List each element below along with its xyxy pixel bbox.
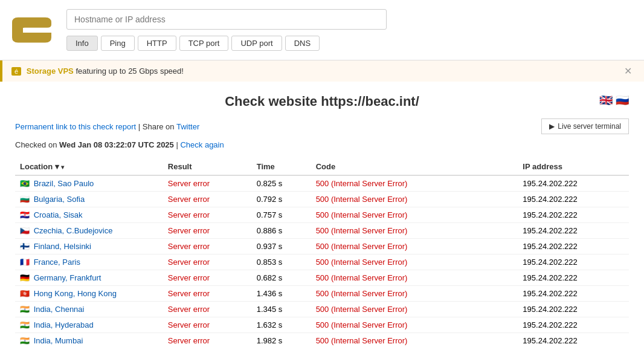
location-cell: 🇭🇰 Hong Kong, Hong Kong	[15, 286, 163, 302]
table-row: 🇮🇳 India, Mumbai Server error 1.982 s 50…	[15, 333, 629, 348]
location-cell: 🇫🇮 Finland, Helsinki	[15, 239, 163, 255]
page-title: Check website https://beac.int/	[15, 94, 629, 109]
location-link[interactable]: Croatia, Sisak	[34, 210, 83, 219]
table-row: 🇭🇰 Hong Kong, Hong Kong Server error 1.4…	[15, 286, 629, 302]
info-button[interactable]: Info	[66, 36, 98, 51]
dns-button[interactable]: DNS	[285, 36, 320, 51]
table-body: 🇧🇷 Brazil, Sao Paulo Server error 0.825 …	[15, 175, 629, 347]
location-link[interactable]: India, Hyderabad	[34, 320, 94, 329]
code-cell: 500 (Internal Server Error)	[311, 255, 518, 270]
time-cell: 1.982 s	[252, 333, 311, 348]
ping-button[interactable]: Ping	[101, 36, 135, 51]
ip-cell: 195.24.202.222	[518, 207, 629, 223]
flag-icon: 🇧🇬	[20, 195, 30, 204]
table-row: 🇫🇷 France, Paris Server error 0.853 s 50…	[15, 255, 629, 270]
result-cell: Server error	[163, 255, 252, 270]
twitter-link[interactable]: Twitter	[176, 122, 199, 131]
close-icon[interactable]: ✕	[621, 65, 635, 77]
table-header-row: Location ▾ Result Time Code IP address	[15, 158, 629, 175]
time-cell: 1.632 s	[252, 317, 311, 333]
code-cell: 500 (Internal Server Error)	[311, 302, 518, 317]
code-cell: 500 (Internal Server Error)	[311, 286, 518, 302]
ip-cell: 195.24.202.222	[518, 270, 629, 286]
main-content: Check website https://beac.int/ 🇬🇧 🇷🇺 Pe…	[0, 82, 644, 347]
location-header[interactable]: Location ▾	[15, 158, 163, 175]
location-link[interactable]: Hong Kong, Hong Kong	[34, 289, 117, 298]
time-cell: 0.886 s	[252, 223, 311, 239]
ip-header: IP address	[518, 158, 629, 175]
flag-icon: 🇫🇮	[20, 242, 30, 251]
code-cell: 500 (Internal Server Error)	[311, 175, 518, 192]
ip-cell: 195.24.202.222	[518, 317, 629, 333]
check-again-link[interactable]: Check again	[180, 140, 224, 149]
location-link[interactable]: India, Mumbai	[34, 336, 83, 345]
code-cell: 500 (Internal Server Error)	[311, 317, 518, 333]
table-row: 🇮🇳 India, Hyderabad Server error 1.632 s…	[15, 317, 629, 333]
check-links: Permanent link to this check report | Sh…	[15, 122, 199, 131]
location-cell: 🇫🇷 France, Paris	[15, 255, 163, 270]
udp-port-button[interactable]: UDP port	[231, 36, 282, 51]
time-cell: 0.825 s	[252, 175, 311, 192]
check-datetime: Wed Jan 08 03:22:07 UTC 2025	[59, 140, 174, 149]
table-row: 🇧🇬 Bulgaria, Sofia Server error 0.792 s …	[15, 192, 629, 207]
ip-cell: 195.24.202.222	[518, 286, 629, 302]
uk-flag-icon[interactable]: 🇬🇧	[599, 94, 613, 107]
flag-icon: 🇭🇷	[20, 210, 30, 219]
flag-icon: 🇮🇳	[20, 320, 30, 329]
result-cell: Server error	[163, 333, 252, 348]
search-input[interactable]	[66, 9, 387, 30]
location-cell: 🇮🇳 India, Mumbai	[15, 333, 163, 348]
flag-icon: 🇫🇷	[20, 258, 30, 267]
promo-label: é	[11, 67, 21, 76]
ip-cell: 195.24.202.222	[518, 192, 629, 207]
ip-cell: 195.24.202.222	[518, 302, 629, 317]
search-area: Info Ping HTTP TCP port UDP port DNS	[66, 9, 632, 51]
flag-icons: 🇬🇧 🇷🇺	[599, 94, 629, 107]
result-cell: Server error	[163, 270, 252, 286]
table-row: 🇩🇪 Germany, Frankfurt Server error 0.682…	[15, 270, 629, 286]
ip-cell: 195.24.202.222	[518, 239, 629, 255]
result-cell: Server error	[163, 175, 252, 192]
http-button[interactable]: HTTP	[138, 36, 176, 51]
ip-cell: 195.24.202.222	[518, 175, 629, 192]
result-header: Result	[163, 158, 252, 175]
promo-text: é Storage VPS featuring up to 25 Gbps sp…	[11, 66, 184, 76]
terminal-button[interactable]: ▶ Live server terminal	[541, 118, 629, 134]
location-cell: 🇨🇿 Czechia, C.Budejovice	[15, 223, 163, 239]
location-link[interactable]: Czechia, C.Budejovice	[34, 226, 113, 235]
time-cell: 0.853 s	[252, 255, 311, 270]
location-link[interactable]: Brazil, Sao Paulo	[34, 179, 94, 188]
flag-icon: 🇩🇪	[20, 273, 30, 282]
time-cell: 0.682 s	[252, 270, 311, 286]
nav-buttons: Info Ping HTTP TCP port UDP port DNS	[66, 36, 632, 51]
location-link[interactable]: France, Paris	[34, 258, 80, 267]
table-row: 🇭🇷 Croatia, Sisak Server error 0.757 s 5…	[15, 207, 629, 223]
location-link[interactable]: Bulgaria, Sofia	[34, 195, 85, 204]
code-cell: 500 (Internal Server Error)	[311, 223, 518, 239]
permanent-link[interactable]: Permanent link to this check report	[15, 122, 136, 131]
result-cell: Server error	[163, 207, 252, 223]
result-cell: Server error	[163, 239, 252, 255]
flag-icon: 🇨🇿	[20, 226, 30, 235]
result-cell: Server error	[163, 192, 252, 207]
location-cell: 🇧🇬 Bulgaria, Sofia	[15, 192, 163, 207]
table-row: 🇮🇳 India, Chennai Server error 1.345 s 5…	[15, 302, 629, 317]
results-table: Location ▾ Result Time Code IP address 🇧…	[15, 158, 629, 347]
ru-flag-icon[interactable]: 🇷🇺	[616, 94, 629, 107]
promo-highlight: Storage VPS	[27, 66, 74, 76]
location-cell: 🇮🇳 India, Hyderabad	[15, 317, 163, 333]
table-row: 🇫🇮 Finland, Helsinki Server error 0.937 …	[15, 239, 629, 255]
share-label: Share on	[143, 122, 175, 131]
location-link[interactable]: India, Chennai	[34, 305, 85, 314]
tcp-port-button[interactable]: TCP port	[179, 36, 229, 51]
location-link[interactable]: Finland, Helsinki	[34, 242, 91, 251]
flag-icon: 🇧🇷	[20, 179, 30, 188]
table-row: 🇨🇿 Czechia, C.Budejovice Server error 0.…	[15, 223, 629, 239]
location-link[interactable]: Germany, Frankfurt	[34, 273, 101, 282]
time-cell: 0.792 s	[252, 192, 311, 207]
table-head: Location ▾ Result Time Code IP address	[15, 158, 629, 175]
result-cell: Server error	[163, 302, 252, 317]
promo-description: featuring up to 25 Gbps speed!	[76, 66, 184, 76]
code-cell: 500 (Internal Server Error)	[311, 239, 518, 255]
ip-cell: 195.24.202.222	[518, 255, 629, 270]
